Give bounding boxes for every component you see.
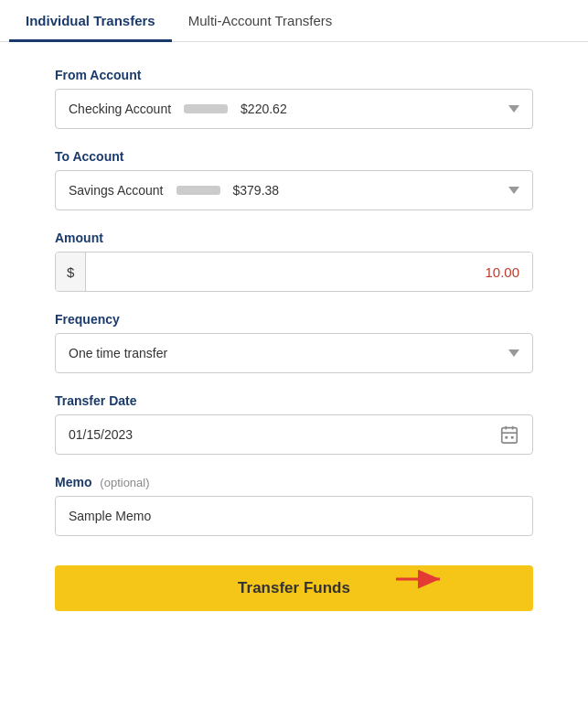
transfer-date-value: 01/15/2023 <box>69 427 133 442</box>
from-account-balance: $220.62 <box>241 102 287 116</box>
to-account-mask <box>176 186 220 195</box>
to-account-label: To Account <box>55 149 533 164</box>
calendar-icon <box>499 424 519 445</box>
from-account-group: From Account Checking Account $220.62 <box>55 68 533 129</box>
amount-prefix: $ <box>56 252 86 291</box>
red-arrow-icon <box>396 570 451 597</box>
to-account-group: To Account Savings Account $379.38 <box>55 149 533 210</box>
from-account-name: Checking Account <box>69 102 171 116</box>
to-account-balance: $379.38 <box>233 183 280 198</box>
frequency-text: One time transfer <box>69 346 167 360</box>
tab-multi-account-transfers[interactable]: Multi-Account Transfers <box>172 0 349 42</box>
tab-individual-transfers[interactable]: Individual Transfers <box>9 0 172 42</box>
svg-rect-5 <box>511 436 514 439</box>
frequency-group: Frequency One time transfer <box>55 312 533 373</box>
svg-rect-4 <box>505 436 508 439</box>
amount-input[interactable] <box>86 252 532 291</box>
transfer-date-field[interactable]: 01/15/2023 <box>55 414 533 455</box>
transfer-form: From Account Checking Account $220.62 To… <box>0 42 588 639</box>
to-account-select[interactable]: Savings Account $379.38 <box>55 170 533 210</box>
from-account-select[interactable]: Checking Account $220.62 <box>55 89 533 129</box>
to-account-chevron-icon <box>508 187 519 194</box>
frequency-select[interactable]: One time transfer <box>55 333 533 373</box>
submit-button-container: Transfer Funds <box>55 556 533 611</box>
svg-rect-0 <box>502 428 518 444</box>
from-account-chevron-icon <box>508 105 519 113</box>
frequency-chevron-icon <box>508 349 519 357</box>
from-account-mask <box>184 104 228 113</box>
amount-field-container: $ <box>55 252 533 292</box>
to-account-value: Savings Account $379.38 <box>69 183 279 198</box>
memo-optional-label: (optional) <box>100 476 149 489</box>
memo-label: Memo (optional) <box>55 475 533 489</box>
memo-group: Memo (optional) <box>55 475 533 536</box>
frequency-value: One time transfer <box>69 346 167 360</box>
from-account-value: Checking Account $220.62 <box>69 102 287 116</box>
transfer-date-group: Transfer Date 01/15/2023 <box>55 393 533 455</box>
memo-input[interactable] <box>55 496 533 536</box>
amount-label: Amount <box>55 231 533 245</box>
transfer-funds-button[interactable]: Transfer Funds <box>55 565 533 611</box>
to-account-name: Savings Account <box>69 183 164 198</box>
transfer-date-label: Transfer Date <box>55 393 533 408</box>
amount-group: Amount $ <box>55 231 533 292</box>
from-account-label: From Account <box>55 68 533 82</box>
tabs-container: Individual Transfers Multi-Account Trans… <box>0 0 588 42</box>
frequency-label: Frequency <box>55 312 533 327</box>
